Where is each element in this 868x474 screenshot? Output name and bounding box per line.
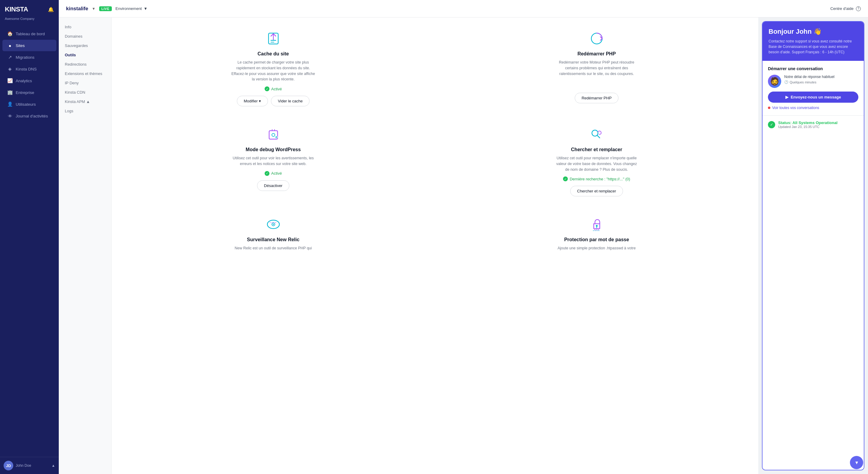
float-chat-button[interactable]: ▾ [850,456,863,469]
sidebar-icon-entreprise: 🏢 [7,90,13,95]
agent-info: Notre délai de réponse habituel 🕐 Quelqu… [784,75,858,84]
subnav-item-info[interactable]: Info [59,22,111,32]
avatar: JD [4,461,13,470]
chat-greeting: Bonjour John 👋 [769,28,858,36]
user-profile[interactable]: JD John Doe [4,461,31,470]
debug-desc: Utilisez cet outil pour voir les avertis… [231,156,315,167]
main-content: Cache du site Le cache permet de charger… [112,18,758,474]
redemarrer-php-button[interactable]: Redémarrer PHP [575,93,619,103]
sidebar-label-tableau-de-bord: Tableau de bord [16,32,45,36]
agent-avatar: 🧔 [768,75,781,88]
env-selector[interactable]: Environnement ▼ [116,6,147,11]
sidebar-item-analytics[interactable]: 📈Analytics [2,75,56,87]
tool-card-newrelic: Surveillance New Relic New Relic est un … [121,212,426,259]
debug-status-label: Activé [271,171,282,176]
sidebar-label-analytics: Analytics [16,78,32,83]
unread-dot [768,107,770,109]
sidebar-icon-tableau-de-bord: 🏠 [7,31,13,36]
search-desc: Utilisez cet outil pour remplacer n'impo… [555,156,639,172]
username: John Doe [16,464,31,468]
sidebar: KINSTA 🔔 Awesome Company 🏠Tableau de bor… [0,0,59,474]
content-area: InfoDomainesSauvegardesOutilsRedirection… [59,18,868,474]
start-conversation-title: Démarrer une conversation [768,66,858,71]
sidebar-item-tableau-de-bord[interactable]: 🏠Tableau de bord [2,28,56,39]
tools-grid: Cache du site Le cache permet de charger… [121,27,749,259]
subnav-item-extensions-themes[interactable]: Extensions et thèmes [59,69,111,78]
subnav-item-redirections[interactable]: Redirections [59,60,111,69]
modifier-button[interactable]: Modifier ▾ [237,96,268,106]
subnav-item-kinsta-cdn[interactable]: Kinsta CDN [59,88,111,97]
cache-status: ✓ Activé [265,87,282,91]
time-label: Quelques minutes [789,80,816,84]
status-section: ✓ Status: All Systems Operational Update… [763,116,864,133]
send-message-button[interactable]: ▶ Envoyez-nous un message [768,92,858,103]
subnav-item-domaines[interactable]: Domaines [59,32,111,41]
sidebar-item-sites[interactable]: ●Sites [2,40,56,51]
send-icon: ▶ [785,95,788,99]
vider-cache-button[interactable]: Vider le cache [271,96,310,106]
chevron-up-icon[interactable]: ▲ [52,464,55,468]
chercher-remplacer-button[interactable]: Chercher et remplacer [570,186,623,196]
tool-card-php: Redémarrer PHP Redémarrer votre Moteur P… [444,27,749,110]
response-time: 🕐 Quelques minutes [784,80,858,84]
sidebar-label-migrations: Migrations [16,55,34,60]
sidebar-footer: JD John Doe ▲ [0,457,59,474]
site-chevron-icon[interactable]: ▼ [92,7,96,11]
clock-icon: 🕐 [784,80,788,84]
debug-status-icon: ✓ [265,171,270,176]
subnav-item-kinsta-apm[interactable]: Kinsta APM ▲ [59,97,111,106]
agent-row: 🧔 Notre délai de réponse habituel 🕐 Quel… [768,75,858,88]
sidebar-item-utilisateurs[interactable]: 👤Utilisateurs [2,99,56,110]
view-conv-label: Voir toutes vos conversations [772,106,819,110]
search-status: ✓ Dernière recherche : "https://..." (0) [563,176,630,181]
site-name: kinstalife [66,6,88,12]
view-conversations-link[interactable]: Voir toutes vos conversations [768,106,858,110]
sidebar-icon-sites: ● [7,43,13,48]
cache-status-label: Activé [271,87,282,91]
brand-logo: KINSTA [5,5,28,13]
debug-title: Mode debug WordPress [246,147,301,153]
svg-point-8 [273,224,274,225]
help-label: Centre d'aide [830,6,854,11]
company-name: Awesome Company [0,17,59,25]
subnav: InfoDomainesSauvegardesOutilsRedirection… [59,18,112,474]
chat-subtitle: Contactez notre support si vous avez con… [769,39,858,55]
notification-icon[interactable]: 🔔 [48,7,54,12]
cache-buttons: Modifier ▾ Vider le cache [236,95,310,107]
subnav-item-ip-deny[interactable]: IP Deny [59,78,111,88]
topbar-left: kinstalife ▼ LIVE Environnement ▼ [66,6,147,12]
php-title: Redémarrer PHP [578,51,616,57]
status-updated: Updated Jan 23, 15:35 UTC [778,125,838,129]
tool-card-cache: Cache du site Le cache permet de charger… [121,27,426,110]
subnav-item-outils[interactable]: Outils [59,50,111,60]
sidebar-label-entreprise: Entreprise [16,90,34,95]
sidebar-item-kinsta-dns[interactable]: ◈Kinsta DNS [2,63,56,75]
subnav-item-sauvegardes[interactable]: Sauvegardes [59,41,111,50]
newrelic-title: Surveillance New Relic [247,237,299,242]
chat-header: Bonjour John 👋 Contactez notre support s… [763,22,864,61]
send-label: Envoyez-nous un message [791,95,841,99]
sidebar-item-journal-activites[interactable]: 👁Journal d'activités [2,110,56,122]
desactiver-button[interactable]: Désactiver [257,180,289,191]
cache-status-icon: ✓ [265,87,270,91]
chat-start-section: Démarrer une conversation 🧔 Notre délai … [763,61,864,116]
svg-point-4 [275,136,278,138]
cache-title: Cache du site [257,51,289,57]
topbar-right[interactable]: Centre d'aide ? [830,6,861,11]
debug-icon [264,125,282,143]
response-label: Notre délai de réponse habituel [784,75,858,79]
php-icon [588,30,606,47]
cache-desc: Le cache permet de charger votre site pl… [231,60,315,82]
password-desc: Ajoute une simple protection .htpasswd à… [558,245,636,251]
search-replace-icon [588,125,606,143]
sidebar-nav: 🏠Tableau de bord●Sites↗Migrations◈Kinsta… [0,25,59,457]
sidebar-item-migrations[interactable]: ↗Migrations [2,52,56,63]
subnav-item-logs[interactable]: Logs [59,106,111,116]
main-area: kinstalife ▼ LIVE Environnement ▼ Centre… [59,0,868,474]
sidebar-item-entreprise[interactable]: 🏢Entreprise [2,87,56,98]
chat-body: Démarrer une conversation 🧔 Notre délai … [763,61,864,470]
tool-card-password: Protection par mot de passe Ajoute une s… [444,212,749,259]
status-check-icon: ✓ [768,121,775,128]
sidebar-label-kinsta-dns: Kinsta DNS [16,67,37,71]
sidebar-label-sites: Sites [16,43,25,48]
